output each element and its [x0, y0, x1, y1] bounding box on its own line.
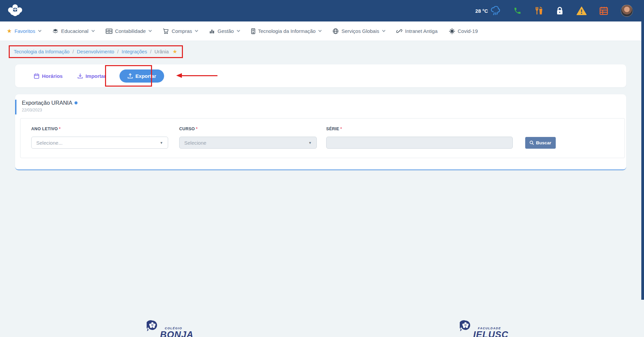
serie-input [326, 137, 513, 149]
chevron-down-icon [149, 29, 152, 32]
favorite-star-icon[interactable]: ★ [172, 48, 177, 55]
logo-name: IELUSC [473, 330, 508, 337]
status-dot [75, 101, 78, 104]
breadcrumb-separator: / [72, 49, 74, 54]
chevron-down-icon [38, 29, 41, 32]
menu-item-servicos-globais[interactable]: Serviços Globais [333, 28, 385, 34]
tab-bar-card: Horários Importar Exportar [15, 64, 626, 87]
tab-horarios[interactable]: Horários [34, 73, 63, 79]
pin-flower-icon [147, 320, 158, 332]
curso-select: Selecione ▼ [179, 137, 317, 149]
food-icon [534, 6, 543, 15]
section-date: 22/03/2023 [22, 108, 42, 112]
menu-label: Gestão [217, 28, 234, 34]
bar-chart-icon [209, 29, 215, 34]
globe-icon [333, 28, 339, 34]
menu-label: Serviços Globais [341, 28, 379, 34]
food-button[interactable] [534, 6, 543, 15]
lock-button[interactable] [556, 6, 564, 15]
logo-name: BONJA [160, 330, 194, 337]
menu-item-covid19[interactable]: Covid-19 [449, 28, 478, 34]
required-marker: * [340, 127, 342, 131]
menu-item-tecnologia-da-informacao[interactable]: Tecnologia da Informação [251, 28, 321, 34]
footer-logo-faculdade-ielusc: FACULDADE IELUSC [460, 320, 508, 337]
menu-item-contabilidade[interactable]: Contabilidade [106, 28, 152, 34]
virus-icon [449, 28, 455, 34]
schedule-button[interactable] [599, 6, 608, 15]
buscar-button-label: Buscar [536, 140, 551, 145]
ano-letivo-label: ANO LETIVO* [31, 127, 61, 131]
cart-icon [163, 28, 169, 34]
warning-button[interactable] [577, 6, 587, 15]
link-icon [396, 28, 402, 34]
exportar-button-label: Exportar [136, 73, 156, 79]
serie-label: SÉRIE* [326, 127, 342, 131]
select-placeholder: Selecione... [36, 140, 62, 146]
breadcrumb-current-urania: Urânia [154, 49, 169, 54]
topbar: 28 °C [0, 0, 644, 21]
exportar-button[interactable]: Exportar [119, 69, 164, 83]
select-placeholder: Selecione [184, 140, 206, 146]
section-accent-bar [15, 100, 16, 114]
breadcrumb-separator: / [117, 49, 118, 54]
menu-item-compras[interactable]: Compras [163, 28, 198, 34]
weather-rain-icon [491, 6, 501, 15]
menu-label: Tecnologia da Informação [258, 28, 316, 34]
curso-label: CURSO* [179, 127, 198, 131]
money-icon [106, 29, 112, 34]
scrollbar-thumb[interactable] [641, 0, 644, 300]
footer-logo-colegio-bonja: COLÉGIO BONJA [147, 320, 194, 337]
section-title: Exportação URANIA [22, 100, 72, 106]
pin-flower-icon [460, 320, 471, 332]
tab-label: Importar [86, 73, 106, 79]
menu-label: Covid-19 [458, 28, 478, 34]
chevron-down-icon [237, 29, 240, 32]
search-icon [530, 141, 534, 145]
scrollbar-track[interactable] [641, 0, 644, 337]
breadcrumb-link-integracoes[interactable]: Integrações [121, 49, 147, 54]
upload-icon [128, 73, 133, 79]
menu-label: Contabilidade [115, 28, 146, 34]
chevron-down-icon [318, 29, 322, 32]
chevron-down-icon [195, 29, 198, 32]
star-icon: ★ [7, 28, 12, 35]
menu-label: Favoritos [14, 28, 35, 34]
app-logo[interactable] [6, 3, 24, 18]
tab-importar[interactable]: Importar [78, 73, 106, 79]
topbar-actions: 28 °C [475, 0, 633, 21]
schedule-icon [599, 6, 608, 15]
calendar-icon [34, 73, 39, 79]
buscar-button[interactable]: Buscar [525, 137, 556, 149]
breadcrumb-link-tecnologia[interactable]: Tecnologia da Informação [14, 49, 69, 54]
ano-letivo-select[interactable]: Selecione... ▼ [31, 137, 168, 149]
menu-label: Compras [171, 28, 192, 34]
download-icon [78, 73, 83, 79]
lock-icon [556, 6, 564, 15]
warning-icon [577, 6, 587, 15]
weather-widget[interactable]: 28 °C [475, 6, 501, 15]
search-fieldset: ANO LETIVO* Selecione... ▼ CURSO* Seleci… [20, 118, 625, 158]
phone-icon [513, 7, 522, 15]
caret-down-icon: ▼ [160, 141, 163, 145]
menu-item-favoritos[interactable]: ★ Favoritos [7, 28, 41, 35]
export-form-card: Exportação URANIA 22/03/2023 ANO LETIVO*… [15, 94, 626, 170]
temperature-label: 28 °C [475, 8, 488, 14]
user-avatar[interactable] [621, 5, 633, 17]
phone-button[interactable] [513, 7, 522, 15]
required-marker: * [196, 127, 198, 131]
layers-icon [52, 28, 58, 34]
caret-down-icon: ▼ [308, 141, 312, 145]
menu-label: Educacional [61, 28, 89, 34]
menu-label: Intranet Antiga [405, 28, 438, 34]
chevron-down-icon [382, 29, 386, 32]
breadcrumb-separator: / [150, 49, 151, 54]
menu-item-intranet-antiga[interactable]: Intranet Antiga [396, 28, 438, 34]
breadcrumb-link-desenvolvimento[interactable]: Desenvolvimento [77, 49, 114, 54]
chevron-down-icon [91, 29, 95, 32]
menu-item-gestao[interactable]: Gestão [209, 28, 239, 34]
server-icon [251, 28, 255, 34]
required-marker: * [59, 127, 60, 131]
menu-item-educacional[interactable]: Educacional [52, 28, 94, 34]
flower-logo-icon [6, 3, 24, 18]
breadcrumb: Tecnologia da Informação / Desenvolvimen… [9, 45, 183, 58]
